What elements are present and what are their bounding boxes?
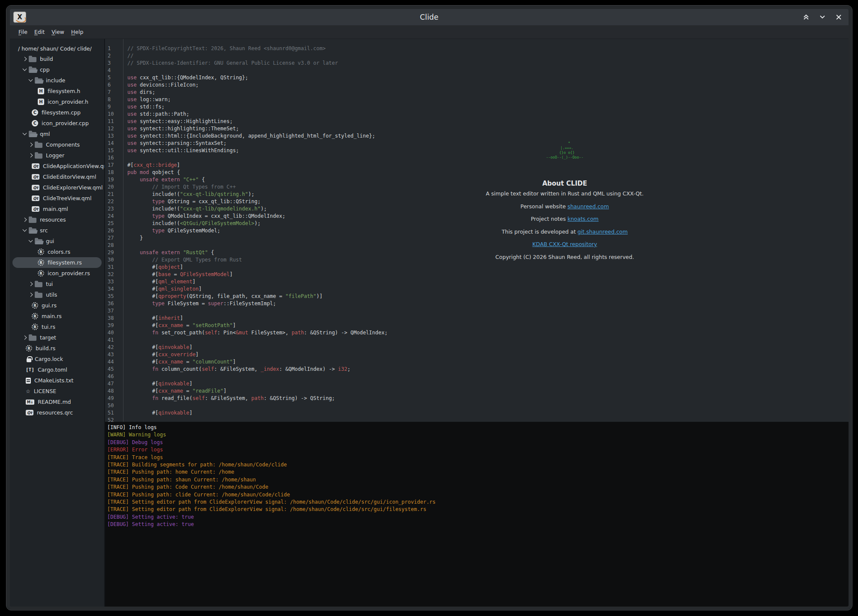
code-line[interactable]: 51 #[qinvokable] bbox=[105, 409, 849, 417]
code-line[interactable]: 13use syntect::html::{IncludeBackground,… bbox=[105, 132, 849, 140]
code-line[interactable]: 45 fn column_count(self: &FileSystem, _i… bbox=[105, 366, 849, 373]
tree-item-target[interactable]: target bbox=[12, 332, 102, 343]
tree-item-icon-provider-cpp[interactable]: Cicon_provider.cpp bbox=[12, 118, 102, 129]
chevron-right-icon[interactable] bbox=[28, 142, 33, 147]
tree-item-clideapplicationview-qml[interactable]: QtClideApplicationView.qml bbox=[12, 161, 102, 171]
chevron-down-icon[interactable] bbox=[22, 228, 27, 233]
chevron-down-icon[interactable] bbox=[28, 239, 33, 244]
tree-item-filesystem-h[interactable]: Hfilesystem.h bbox=[12, 86, 102, 96]
code-line[interactable]: 40 fn set_root_path(self: Pin<&mut FileS… bbox=[105, 329, 849, 337]
code-line[interactable]: 31 #[qobject] bbox=[105, 264, 849, 271]
tree-item-build[interactable]: build bbox=[12, 54, 102, 64]
tree-item-gui[interactable]: gui bbox=[12, 236, 102, 246]
chevron-right-icon[interactable] bbox=[22, 217, 27, 222]
tree-item-filesystem-rs[interactable]: Rfilesystem.rs bbox=[12, 257, 102, 268]
code-line[interactable]: 43 #[cxx_override] bbox=[105, 351, 849, 358]
tree-item-label: LICENSE bbox=[34, 388, 56, 394]
code-line[interactable]: 7use dirs; bbox=[105, 89, 849, 96]
tree-item-resources-qrc[interactable]: Qtresources.qrc bbox=[12, 407, 102, 418]
line-number: 47 bbox=[105, 380, 123, 388]
line-number: 32 bbox=[105, 271, 123, 278]
tree-item-build-rs[interactable]: Rbuild.rs bbox=[12, 343, 102, 354]
tree-item-readme-md[interactable]: M↓README.md bbox=[12, 397, 102, 407]
folder-icon bbox=[35, 153, 42, 159]
tree-item-clideeditorview-qml[interactable]: QtClideEditorView.qml bbox=[12, 171, 102, 182]
chevron-down-icon[interactable] bbox=[28, 78, 33, 83]
code-line[interactable]: 1// SPDX-FileCopyrightText: 2026, Shaun … bbox=[105, 45, 849, 52]
maximize-button[interactable] bbox=[802, 13, 810, 21]
chevron-down-icon[interactable] bbox=[22, 132, 27, 137]
chevron-right-icon[interactable] bbox=[28, 282, 33, 287]
code-line[interactable]: 47 #[qinvokable] bbox=[105, 380, 849, 388]
code-line[interactable]: 41 bbox=[105, 337, 849, 344]
tree-item-tui-rs[interactable]: Rtui.rs bbox=[12, 322, 102, 332]
minimize-button[interactable] bbox=[819, 13, 826, 21]
tree-item-logger[interactable]: Logger bbox=[12, 150, 102, 161]
tree-item-cargo-toml[interactable]: [T]Cargo.toml bbox=[12, 364, 102, 375]
tree-item-main-qml[interactable]: Qtmain.qml bbox=[12, 204, 102, 214]
code-line[interactable]: 48 #[cxx_name = "readFile"] bbox=[105, 388, 849, 395]
tree-item-tui[interactable]: tui bbox=[12, 279, 102, 289]
tree-item-gui-rs[interactable]: Rgui.rs bbox=[12, 300, 102, 311]
code-line[interactable]: 38 #[inherit] bbox=[105, 315, 849, 322]
tree-item-main-rs[interactable]: Rmain.rs bbox=[12, 311, 102, 322]
code-line[interactable]: 52 bbox=[105, 417, 849, 422]
menu-file[interactable]: File bbox=[15, 27, 31, 36]
code-line[interactable]: 44 #[cxx_name = "columnCount"] bbox=[105, 358, 849, 366]
tree-item-colors-rs[interactable]: Rcolors.rs bbox=[12, 246, 102, 257]
app-icon[interactable]: X bbox=[13, 12, 26, 23]
tree-item-clidetreeview-qml[interactable]: QtClideTreeView.qml bbox=[12, 193, 102, 204]
about-link[interactable]: shaunreed.com bbox=[567, 203, 609, 210]
code-line[interactable]: 50 bbox=[105, 402, 849, 409]
code-line[interactable]: 34 #[qml_singleton] bbox=[105, 285, 849, 293]
code-line[interactable]: 9use std::fs; bbox=[105, 103, 849, 111]
code-editor[interactable]: 1// SPDX-FileCopyrightText: 2026, Shaun … bbox=[105, 39, 849, 422]
about-link[interactable]: git.shaunreed.com bbox=[578, 228, 628, 235]
code-line[interactable]: 36 type FileSystem = super::FileSystemIm… bbox=[105, 300, 849, 307]
tree-item-cpp[interactable]: cpp bbox=[12, 64, 102, 75]
code-line[interactable]: 49 fn read_file(self: &FileSystem, path:… bbox=[105, 395, 849, 402]
code-line[interactable]: 10use std::path::Path; bbox=[105, 111, 849, 118]
tree-item-icon-provider-h[interactable]: Hicon_provider.h bbox=[12, 96, 102, 107]
code-line[interactable]: 12use syntect::highlighting::ThemeSet; bbox=[105, 125, 849, 132]
chevron-down-icon[interactable] bbox=[22, 67, 27, 72]
code-line[interactable]: 2// bbox=[105, 52, 849, 60]
menu-view[interactable]: View bbox=[48, 27, 68, 36]
close-button[interactable] bbox=[835, 13, 843, 21]
chevron-right-icon[interactable] bbox=[22, 335, 27, 340]
code-line[interactable]: 33 #[qml_element] bbox=[105, 278, 849, 285]
tree-item-src[interactable]: src bbox=[12, 225, 102, 236]
tree-item-clideexplorerview-qml[interactable]: QtClideExplorerView.qml bbox=[12, 182, 102, 193]
code-line[interactable]: 37 bbox=[105, 307, 849, 315]
code-line[interactable]: 6use devicons::FileIcon; bbox=[105, 81, 849, 89]
code-line[interactable]: 5use cxx_qt_lib::{QModelIndex, QString}; bbox=[105, 74, 849, 81]
explorer-root-path[interactable]: / home/ shaun/ Code/ clide/ bbox=[10, 43, 104, 54]
code-line[interactable]: 35 #[qproperty(QString, file_path, cxx_n… bbox=[105, 293, 849, 300]
about-link[interactable]: knoats.com bbox=[567, 216, 599, 222]
tree-item-resources[interactable]: resources bbox=[12, 214, 102, 225]
tree-item-components[interactable]: Components bbox=[12, 139, 102, 150]
tree-item-license[interactable]: ☆LICENSE bbox=[12, 386, 102, 397]
tree-item-cmakelists-txt[interactable]: CMakeLists.txt bbox=[12, 375, 102, 386]
tree-item-cargo-lock[interactable]: Cargo.lock bbox=[12, 354, 102, 364]
code-line[interactable]: 8use log::warn; bbox=[105, 96, 849, 103]
chevron-right-icon[interactable] bbox=[22, 57, 27, 62]
code-line[interactable]: 42 #[qinvokable] bbox=[105, 344, 849, 351]
about-link[interactable]: KDAB CXX-Qt repository bbox=[533, 241, 597, 247]
menu-edit[interactable]: Edit bbox=[31, 27, 48, 36]
code-line[interactable]: 11use syntect::easy::HighlightLines; bbox=[105, 118, 849, 125]
code-line[interactable]: 39 #[cxx_name = "setRootPath"] bbox=[105, 322, 849, 329]
menu-help[interactable]: Help bbox=[68, 27, 87, 36]
tree-item-icon-provider-rs[interactable]: Ricon_provider.rs bbox=[12, 268, 102, 279]
chevron-right-icon[interactable] bbox=[28, 292, 33, 297]
rust-file-icon: R bbox=[32, 324, 38, 330]
code-line[interactable]: 4 bbox=[105, 67, 849, 74]
code-line[interactable]: 46 bbox=[105, 373, 849, 380]
tree-item-filesystem-cpp[interactable]: Cfilesystem.cpp bbox=[12, 107, 102, 118]
code-line[interactable]: 32 #[base = QFileSystemModel] bbox=[105, 271, 849, 278]
code-line[interactable]: 3// SPDX-License-Identifier: GNU General… bbox=[105, 60, 849, 67]
tree-item-qml[interactable]: qml bbox=[12, 129, 102, 139]
tree-item-include[interactable]: include bbox=[12, 75, 102, 86]
tree-item-utils[interactable]: utils bbox=[12, 289, 102, 300]
chevron-right-icon[interactable] bbox=[28, 153, 33, 158]
